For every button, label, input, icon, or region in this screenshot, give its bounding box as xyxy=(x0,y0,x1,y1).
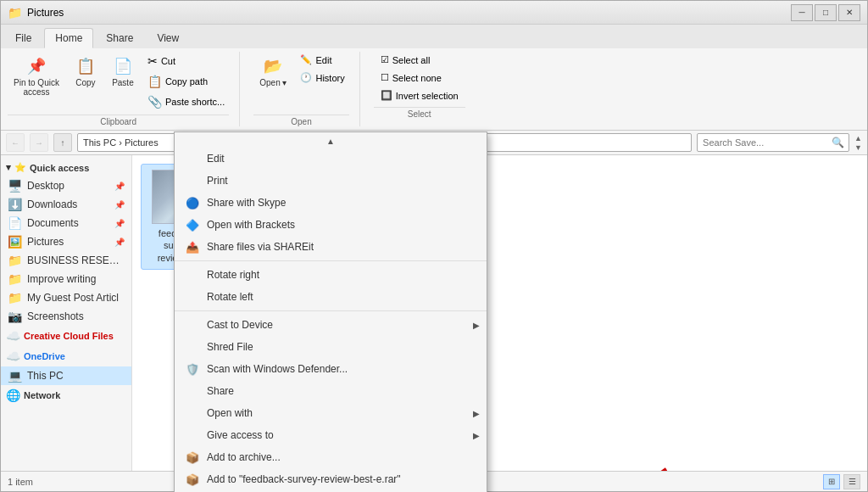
downloads-pin-icon: 📌 xyxy=(114,200,125,210)
status-item-count: 1 item xyxy=(8,477,33,487)
pin-button[interactable]: 📌 Pin to Quickaccess xyxy=(8,52,65,101)
paste-shortcut-button[interactable]: 📎 Paste shortc... xyxy=(143,92,229,111)
back-button[interactable]: ← xyxy=(6,133,25,152)
copy-path-button[interactable]: 📋 Copy path xyxy=(143,72,229,91)
close-button[interactable]: ✕ xyxy=(838,4,860,21)
details-view-button[interactable]: ☰ xyxy=(843,474,860,489)
ctx-add-archive[interactable]: 📦 Add to archive... xyxy=(175,446,487,468)
select-group-label: Select xyxy=(374,107,465,119)
ctx-share-shareit[interactable]: 📤 Share files via SHAREit xyxy=(175,236,487,258)
sidebar-item-guest[interactable]: 📁 My Guest Post Articl xyxy=(1,288,131,307)
sidebar-network[interactable]: 🌐 Network xyxy=(1,385,131,405)
documents-label: Documents xyxy=(27,217,109,229)
ctx-print-label: Print xyxy=(207,175,228,187)
pictures-label: Pictures xyxy=(27,236,109,248)
search-input[interactable] xyxy=(697,133,849,152)
guest-icon: 📁 xyxy=(8,291,22,305)
ctx-give-access[interactable]: Give access to ▶ xyxy=(175,424,487,446)
ribbon-content: 📌 Pin to Quickaccess 📋 Copy 📄 Paste ✂ xyxy=(1,48,867,130)
history-icon: 🕐 xyxy=(300,72,312,83)
clipboard-buttons: 📌 Pin to Quickaccess 📋 Copy 📄 Paste ✂ xyxy=(8,52,229,111)
context-menu: ▲ Edit Print 🔵 Share with Skype 🔷 Open w… xyxy=(174,131,487,492)
open-button[interactable]: 📂 Open ▾ xyxy=(253,52,292,92)
sidebar-item-documents[interactable]: 📄 Documents 📌 xyxy=(1,214,131,232)
copy-path-label: Copy path xyxy=(165,76,208,87)
tab-share[interactable]: Share xyxy=(95,28,144,48)
sidebar-item-business[interactable]: 📁 BUSINESS RESEARC xyxy=(1,251,131,270)
ctx-open-brackets[interactable]: 🔷 Open with Brackets xyxy=(175,214,487,236)
tab-file[interactable]: File xyxy=(4,28,42,48)
paste-shortcut-label: Paste shortc... xyxy=(165,97,225,107)
ctx-shred-label: Shred File xyxy=(207,341,253,353)
title-bar-icon: 📁 xyxy=(8,6,22,20)
address-up-arrow[interactable]: ▲ xyxy=(854,134,862,143)
copy-button[interactable]: 📋 Copy xyxy=(69,52,103,92)
ctx-rotate-left[interactable]: Rotate left xyxy=(175,286,487,308)
title-bar-left: 📁 Pictures xyxy=(8,6,64,20)
history-button[interactable]: 🕐 History xyxy=(296,70,348,86)
sidebar-item-desktop[interactable]: 🖥️ Desktop 📌 xyxy=(1,176,131,195)
invert-label: Invert selection xyxy=(396,91,459,101)
tab-home[interactable]: Home xyxy=(44,28,93,48)
desktop-pin-icon: 📌 xyxy=(114,182,125,191)
downloads-icon: ⬇️ xyxy=(8,198,22,211)
select-none-button[interactable]: ☐ Select none xyxy=(376,70,463,86)
ctx-rotate-right[interactable]: Rotate right xyxy=(175,264,487,286)
ctx-open-with-icon xyxy=(185,405,200,421)
minimize-button[interactable]: ─ xyxy=(791,4,813,21)
ctx-share-icon xyxy=(185,383,200,399)
ctx-open-with-arrow: ▶ xyxy=(473,409,480,418)
documents-icon: 📄 xyxy=(8,216,22,230)
up-button[interactable]: ↑ xyxy=(53,133,72,152)
invert-selection-button[interactable]: 🔲 Invert selection xyxy=(376,87,463,103)
ctx-shred[interactable]: Shred File xyxy=(175,336,487,358)
this-pc-icon: 💻 xyxy=(8,369,22,383)
ctx-collapse-top[interactable]: ▲ xyxy=(175,135,487,148)
ctx-add-archive-label: Add to archive... xyxy=(207,451,281,463)
ctx-add-rar[interactable]: 📦 Add to "feedback-survey-review-best-e.… xyxy=(175,468,487,490)
network-label: Network xyxy=(24,390,60,400)
sidebar-quick-access-header[interactable]: ▾ ⭐ Quick access xyxy=(1,159,131,176)
address-down-arrow[interactable]: ▼ xyxy=(854,143,862,152)
ribbon: File Home Share View 📌 Pin to Quickacces… xyxy=(1,25,867,131)
select-all-button[interactable]: ☑ Select all xyxy=(376,52,463,68)
ribbon-tabs: File Home Share View xyxy=(1,25,867,48)
desktop-icon: 🖥️ xyxy=(8,179,22,193)
business-icon: 📁 xyxy=(8,254,22,267)
title-bar: 📁 Pictures ─ □ ✕ xyxy=(1,1,867,25)
ctx-share-skype[interactable]: 🔵 Share with Skype xyxy=(175,192,487,214)
sidebar-item-improve[interactable]: 📁 Improve writing xyxy=(1,270,131,288)
ctx-open-with[interactable]: Open with ▶ xyxy=(175,402,487,424)
tab-view[interactable]: View xyxy=(146,28,190,48)
large-icons-view-button[interactable]: ⊞ xyxy=(823,474,840,489)
maximize-button[interactable]: □ xyxy=(815,4,837,21)
sidebar-onedrive[interactable]: ☁️ OneDrive xyxy=(1,346,131,366)
documents-pin-icon: 📌 xyxy=(114,219,125,228)
forward-button[interactable]: → xyxy=(30,133,48,152)
edit-button[interactable]: ✏️ Edit xyxy=(296,52,348,68)
ctx-add-archive-icon: 📦 xyxy=(185,450,200,465)
ctx-edit[interactable]: Edit xyxy=(175,148,487,170)
cut-button[interactable]: ✂ Cut xyxy=(143,52,229,70)
select-none-label: Select none xyxy=(392,73,442,83)
sidebar-item-this-pc[interactable]: 💻 This PC xyxy=(1,366,131,385)
ctx-print[interactable]: Print xyxy=(175,170,487,192)
onedrive-icon: ☁️ xyxy=(6,349,20,363)
ctx-scan-defender[interactable]: 🛡️ Scan with Windows Defender... xyxy=(175,358,487,380)
sidebar-item-pictures[interactable]: 🖼️ Pictures 📌 xyxy=(1,232,131,251)
paste-button[interactable]: 📄 Paste xyxy=(106,52,140,92)
sidebar-item-screenshots[interactable]: 📷 Screenshots xyxy=(1,307,131,326)
quick-access-star-icon: ⭐ xyxy=(14,162,26,173)
ctx-add-rar-label: Add to "feedback-survey-review-best-e.ra… xyxy=(207,473,401,485)
sidebar-item-downloads[interactable]: ⬇️ Downloads 📌 xyxy=(1,195,131,214)
select-none-icon: ☐ xyxy=(381,72,389,83)
cut-label: Cut xyxy=(161,56,175,66)
creative-cloud-label: Creative Cloud Files xyxy=(24,331,114,341)
ctx-share-shareit-label: Share files via SHAREit xyxy=(207,241,314,253)
ctx-share[interactable]: Share xyxy=(175,380,487,402)
ctx-give-access-arrow: ▶ xyxy=(473,431,480,440)
edit-label: Edit xyxy=(315,55,331,65)
ctx-cast[interactable]: Cast to Device ▶ xyxy=(175,314,487,336)
copy-icon: 📋 xyxy=(75,56,96,76)
sidebar-creative-cloud[interactable]: ☁️ Creative Cloud Files xyxy=(1,326,131,346)
